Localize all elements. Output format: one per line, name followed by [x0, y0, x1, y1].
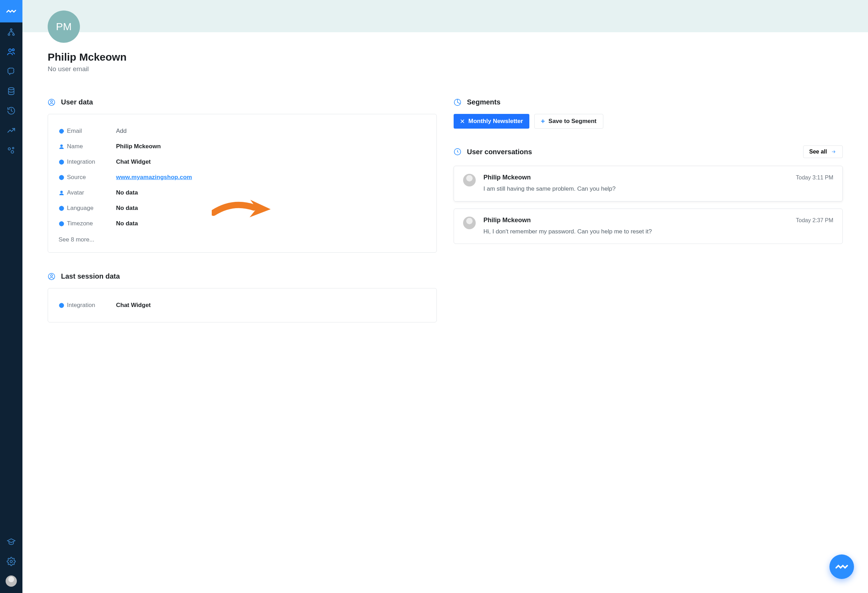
see-all-label: See all	[809, 149, 827, 155]
user-circle-icon	[48, 99, 55, 106]
clock-icon	[454, 148, 461, 156]
svg-point-28	[50, 274, 53, 277]
main: PM Philip Mckeown No user email User dat…	[22, 0, 868, 593]
svg-point-7	[12, 147, 14, 149]
chat-widget-button[interactable]	[830, 555, 854, 579]
svg-point-13	[61, 145, 63, 146]
nav-database-icon[interactable]	[0, 81, 22, 101]
svg-point-1	[8, 34, 10, 35]
data-row-label: Language	[67, 205, 116, 212]
profile-avatar: PM	[48, 10, 80, 43]
data-row-label: Integration	[67, 302, 116, 309]
data-row-value[interactable]: Add	[116, 128, 127, 134]
see-more-link[interactable]: See 8 more...	[59, 236, 426, 243]
data-row: LanguageNo data	[59, 201, 426, 216]
svg-point-5	[9, 88, 14, 90]
segment-chip-label: Monthly Newsletter	[468, 118, 523, 125]
nav-trends-icon[interactable]	[0, 121, 22, 140]
conversation-avatar	[463, 217, 476, 229]
svg-point-11	[50, 100, 53, 102]
user-data-panel: EmailAddNamePhilip MckeownIntegrationCha…	[48, 114, 437, 253]
close-icon	[460, 119, 465, 124]
arrow-right-icon	[831, 150, 837, 154]
conversation-avatar	[463, 174, 476, 186]
globe-icon	[59, 221, 67, 227]
data-row-value: No data	[116, 205, 138, 212]
nav-academy-icon[interactable]	[0, 532, 22, 552]
data-row-value: No data	[116, 220, 138, 227]
section-segments-title: Segments	[467, 98, 500, 106]
data-row: Sourcewww.myamazingshop.com	[59, 170, 426, 185]
svg-point-3	[9, 49, 11, 52]
section-last-session-title: Last session data	[61, 272, 120, 280]
svg-point-20	[61, 191, 63, 193]
section-segments-header: Segments	[454, 98, 843, 106]
user-icon	[59, 144, 67, 150]
nav-flows-icon[interactable]	[0, 22, 22, 42]
data-row-label: Source	[67, 174, 116, 181]
svg-point-9	[10, 561, 13, 563]
data-row-label: Avatar	[67, 189, 116, 196]
nav-history-icon[interactable]	[0, 101, 22, 121]
section-conversations-header: User conversations See all	[454, 145, 843, 158]
data-row: AvatarNo data	[59, 185, 426, 201]
sidebar	[0, 0, 22, 593]
globe-icon	[59, 205, 67, 211]
data-row-label: Name	[67, 143, 116, 150]
nav-brain-icon[interactable]	[0, 62, 22, 81]
source-link[interactable]: www.myamazingshop.com	[116, 174, 192, 180]
wave-icon	[835, 560, 848, 573]
svg-point-2	[13, 34, 14, 35]
section-user-data-title: User data	[61, 98, 93, 106]
section-conversations-title: User conversations	[467, 148, 532, 156]
data-row: EmailAdd	[59, 123, 426, 139]
svg-point-6	[8, 148, 10, 150]
conversation-name: Philip Mckeown	[483, 217, 531, 224]
nav-user-avatar[interactable]	[6, 575, 17, 587]
nav-people-icon[interactable]	[0, 42, 22, 62]
profile-subtitle: No user email	[48, 65, 843, 73]
data-row: IntegrationChat Widget	[59, 298, 426, 313]
segment-chip[interactable]: Monthly Newsletter	[454, 114, 529, 128]
globe-icon	[59, 159, 67, 165]
user-o-icon	[59, 190, 67, 196]
globe-icon	[59, 174, 67, 180]
save-to-segment-label: Save to Segment	[549, 118, 597, 125]
svg-point-8	[11, 151, 14, 153]
save-to-segment-button[interactable]: + Save to Segment	[534, 114, 603, 128]
conversation-time: Today 3:11 PM	[796, 174, 833, 181]
globe-icon	[59, 302, 67, 308]
data-row-value: No data	[116, 189, 138, 196]
section-last-session-header: Last session data	[48, 272, 437, 280]
data-row-label: Email	[67, 128, 116, 134]
profile-header: PM Philip Mckeown No user email	[48, 32, 843, 73]
data-row-label: Integration	[67, 158, 116, 165]
see-all-button[interactable]: See all	[803, 145, 843, 158]
banner	[22, 0, 868, 32]
svg-point-0	[10, 29, 12, 31]
profile-name: Philip Mckeown	[48, 32, 843, 63]
at-icon	[59, 128, 67, 134]
user-circle-icon	[48, 273, 55, 280]
data-row: IntegrationChat Widget	[59, 154, 426, 170]
data-row-label: Timezone	[67, 220, 116, 227]
app-logo[interactable]	[0, 0, 22, 22]
data-row-value: Chat Widget	[116, 158, 151, 165]
nav-bubbles-icon[interactable]	[0, 140, 22, 160]
data-row-value: Chat Widget	[116, 302, 151, 309]
data-row: NamePhilip Mckeown	[59, 139, 426, 154]
svg-point-4	[12, 49, 14, 51]
data-row-value: Philip Mckeown	[116, 143, 161, 150]
conversation-message: I am still having the same problem. Can …	[483, 185, 833, 193]
conversation-time: Today 2:37 PM	[796, 217, 833, 224]
last-session-panel: IntegrationChat Widget	[48, 288, 437, 322]
plus-icon: +	[541, 118, 545, 125]
conversation-message: Hi, I don't remember my password. Can yo…	[483, 227, 833, 236]
data-row-value[interactable]: www.myamazingshop.com	[116, 174, 192, 181]
section-user-data-header: User data	[48, 98, 437, 106]
nav-settings-icon[interactable]	[0, 552, 22, 571]
conversation-card[interactable]: Philip MckeownToday 3:11 PMI am still ha…	[454, 166, 843, 202]
data-row: TimezoneNo data	[59, 216, 426, 231]
conversation-card[interactable]: Philip MckeownToday 2:37 PMHi, I don't r…	[454, 208, 843, 244]
profile-initials: PM	[56, 21, 72, 32]
